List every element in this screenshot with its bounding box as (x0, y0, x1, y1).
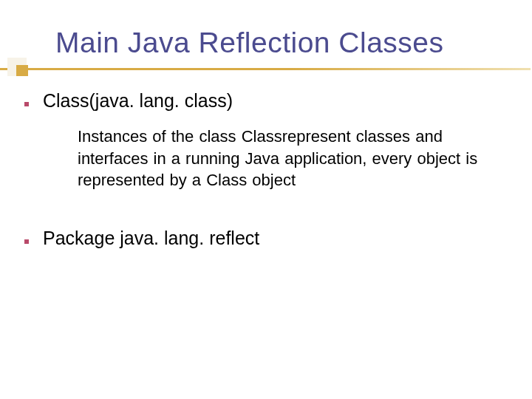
section-heading-2: Package java. lang. reflect (43, 228, 259, 249)
bullet-icon (24, 239, 29, 244)
bullet-icon (24, 102, 29, 106)
decorative-square-inner (16, 65, 28, 76)
slide-title-block: Main Java Reflection Classes (55, 27, 444, 59)
slide-title: Main Java Reflection Classes (55, 27, 444, 58)
section-body-1: Instances of the class Classrepresent cl… (78, 126, 491, 191)
section-heading-1: Class(java. lang. class) (43, 90, 233, 112)
title-underline (0, 68, 531, 70)
